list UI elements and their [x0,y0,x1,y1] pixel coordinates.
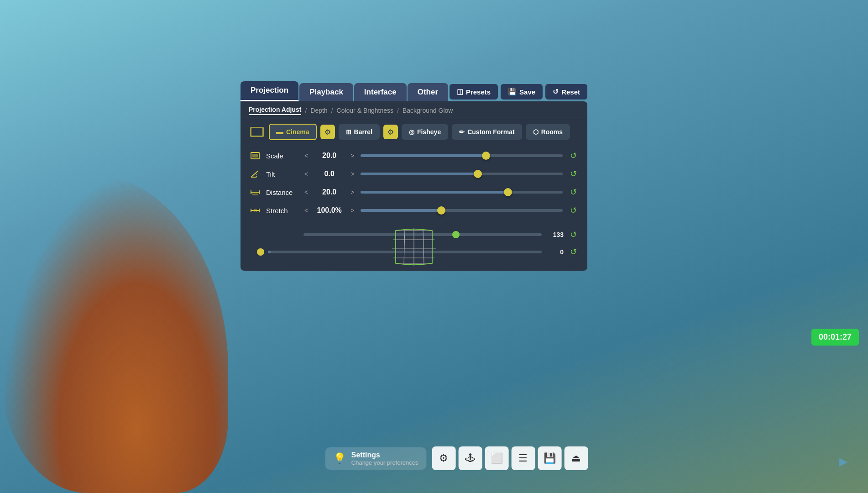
distance-slider[interactable] [361,191,563,194]
fisheye-icon: ◎ [409,128,414,136]
breadcrumb: Projection Adjust / Depth / Colour & Bri… [241,101,587,119]
stretch-slider[interactable] [361,209,563,212]
sliders-section: Scale < 20.0 > ↺ [241,145,587,221]
tilt-value: 0.0 [314,170,344,178]
scale-value: 20.0 [314,152,344,160]
presets-icon: ◫ [457,88,463,96]
barrel-top-value: 133 [545,231,564,238]
screen-thumbnail [249,126,265,138]
toolbar-display-icon: ⬜ [491,452,503,464]
toolbar-exit-button[interactable]: ⏏ [564,446,588,470]
stretch-reset-button[interactable]: ↺ [567,205,579,216]
tilt-decrease[interactable]: < [303,169,310,178]
tilt-increase[interactable]: > [349,169,356,178]
svg-rect-10 [252,194,258,195]
tilt-row: Tilt < 0.0 > ↺ [249,165,579,183]
toolbar-controls-button[interactable]: 🕹 [458,446,482,470]
tab-other[interactable]: Other [408,83,448,101]
custom-format-icon: ✏ [459,128,465,136]
breadcrumb-sep-3: / [397,107,399,114]
svg-line-23 [404,230,405,264]
toolbar-menu-button[interactable]: ☰ [511,446,535,470]
barrel-icon: ⊞ [346,128,351,136]
scale-row: Scale < 20.0 > ↺ [249,147,579,165]
toolbar-gear-icon: ⚙ [439,452,448,464]
barrel-section: 133 ↺ 0 ↺ [241,221,587,262]
stretch-value: 100.0% [314,206,344,215]
cinema-icon: ▬ [276,128,283,136]
presets-button[interactable]: ◫ Presets [450,84,498,100]
toolbar-display-button[interactable]: ⬜ [485,446,508,470]
breadcrumb-colour[interactable]: Colour & Brightness [337,107,394,114]
settings-title: Settings [351,451,418,459]
toolbar-gear-button[interactable]: ⚙ [432,446,455,470]
settings-subtitle: Change your preferences [351,459,418,466]
fisheye-button[interactable]: ◎ Fisheye [402,124,448,140]
tab-playback[interactable]: Playback [299,83,353,101]
timer-badge: 00:01:27 [811,329,859,346]
barrel-gear-button[interactable]: ⚙ [383,125,398,139]
tab-actions: ◫ Presets 💾 Save ↺ Reset [450,84,587,101]
panel-body: Projection Adjust / Depth / Colour & Bri… [241,101,587,271]
svg-line-4 [251,171,258,177]
tilt-slider[interactable] [361,173,563,175]
tab-projection[interactable]: Projection [241,81,298,101]
reset-button[interactable]: ↺ Reset [545,84,587,100]
toolbar-save-icon: 💾 [544,452,556,464]
svg-line-25 [423,230,424,264]
distance-label: Distance [266,189,298,196]
breadcrumb-sep-1: / [305,107,307,114]
toolbar-menu-icon: ☰ [518,452,528,464]
cinema-gear-button[interactable]: ⚙ [320,125,335,139]
scale-increase[interactable]: > [349,151,356,160]
barrel-grid-visual [391,226,437,269]
custom-format-button[interactable]: ✏ Custom Format [452,124,522,140]
scale-label: Scale [266,152,298,160]
distance-thumb[interactable] [504,188,512,196]
breadcrumb-projection-adjust[interactable]: Projection Adjust [249,106,301,115]
distance-reset-button[interactable]: ↺ [567,186,579,198]
barrel-bottom-reset[interactable]: ↺ [567,246,579,258]
barrel-top-reset[interactable]: ↺ [567,229,579,241]
stretch-icon [249,204,261,217]
breadcrumb-glow[interactable]: Background Glow [403,107,453,114]
distance-increase[interactable]: > [349,188,356,197]
scale-reset-button[interactable]: ↺ [567,150,579,162]
stretch-decrease[interactable]: < [303,206,310,215]
stretch-thumb[interactable] [437,206,445,215]
scale-decrease[interactable]: < [303,151,310,160]
stretch-row: Stretch < 100.0% > ↺ [249,201,579,220]
toolbar-exit-icon: ⏏ [571,452,581,464]
scale-icon [249,149,261,162]
barrel-top-thumb[interactable] [452,231,460,238]
scale-thumb[interactable] [482,152,490,160]
tab-interface[interactable]: Interface [354,83,407,101]
stretch-increase[interactable]: > [349,206,356,215]
tab-bar: Projection Playback Interface Other ◫ Pr… [241,81,587,101]
tilt-label: Tilt [266,170,298,178]
barrel-bottom-value: 0 [545,248,564,256]
bottom-toolbar: 💡 Settings Change your preferences ⚙ 🕹 ⬜… [325,446,588,470]
rooms-button[interactable]: ⬡ Rooms [526,124,570,140]
breadcrumb-depth[interactable]: Depth [310,107,327,114]
barrel-bottom-thumb-left[interactable] [257,248,264,256]
tilt-thumb[interactable] [474,170,482,178]
play-button[interactable]: ▶ [839,455,847,468]
cinema-button[interactable]: ▬ Cinema [269,124,317,140]
main-panel: Projection Playback Interface Other ◫ Pr… [241,81,587,271]
barrel-button[interactable]: ⊞ Barrel [339,124,380,140]
distance-row: Distance < 20.0 > ↺ [249,183,579,201]
svg-rect-1 [251,128,262,136]
distance-value: 20.0 [314,188,344,196]
toolbar-controls-icon: 🕹 [465,452,475,464]
svg-rect-3 [252,154,258,157]
tilt-reset-button[interactable]: ↺ [567,168,579,180]
distance-icon [249,186,261,199]
settings-bulb-icon: 💡 [334,452,346,464]
distance-decrease[interactable]: < [303,188,310,197]
save-button[interactable]: 💾 Save [501,84,543,100]
scale-slider[interactable] [361,154,563,157]
toolbar-save-button[interactable]: 💾 [538,446,561,470]
format-row: ▬ Cinema ⚙ ⊞ Barrel ⚙ ◎ Fisheye ✏ Custom… [241,119,587,145]
stretch-label: Stretch [266,207,298,215]
